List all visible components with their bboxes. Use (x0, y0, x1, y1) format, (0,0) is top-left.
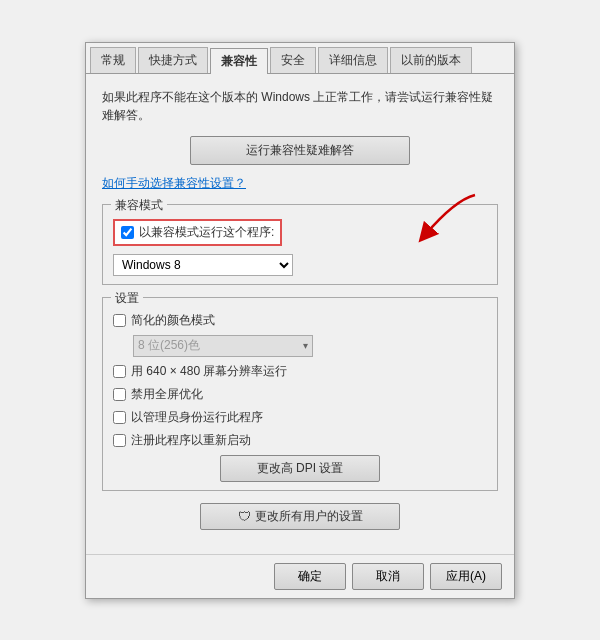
tab-bar: 常规 快捷方式 兼容性 安全 详细信息 以前的版本 (86, 43, 514, 74)
color-checkbox-label: 简化的颜色模式 (131, 312, 215, 329)
manual-link[interactable]: 如何手动选择兼容性设置？ (102, 175, 246, 192)
bottom-bar: 确定 取消 应用(A) (86, 554, 514, 598)
color-dropdown: 8 位(256)色 ▾ (133, 335, 313, 357)
update-all-button[interactable]: 🛡 更改所有用户的设置 (200, 503, 400, 530)
res-checkbox-row: 用 640 × 480 屏幕分辨率运行 (113, 363, 487, 380)
fullscreen-checkbox-label: 禁用全屏优化 (131, 386, 203, 403)
tab-security[interactable]: 安全 (270, 47, 316, 73)
apply-button[interactable]: 应用(A) (430, 563, 502, 590)
dpi-button[interactable]: 更改高 DPI 设置 (220, 455, 380, 482)
compat-dropdown[interactable]: Windows 8 Windows XP (Service Pack 2) Wi… (113, 254, 293, 276)
register-checkbox-label: 注册此程序以重新启动 (131, 432, 251, 449)
compat-checkbox-row: 以兼容模式运行这个程序: (113, 219, 282, 246)
admin-checkbox-label: 以管理员身份运行此程序 (131, 409, 263, 426)
fullscreen-checkbox-row: 禁用全屏优化 (113, 386, 487, 403)
register-checkbox-row: 注册此程序以重新启动 (113, 432, 487, 449)
admin-checkbox-row: 以管理员身份运行此程序 (113, 409, 487, 426)
res-checkbox[interactable] (113, 365, 126, 378)
admin-checkbox[interactable] (113, 411, 126, 424)
tab-shortcut[interactable]: 快捷方式 (138, 47, 208, 73)
fullscreen-checkbox[interactable] (113, 388, 126, 401)
compat-mode-label: 兼容模式 (111, 197, 167, 214)
color-checkbox-row: 简化的颜色模式 (113, 312, 487, 329)
color-checkbox[interactable] (113, 314, 126, 327)
settings-label: 设置 (111, 290, 143, 307)
cancel-button[interactable]: 取消 (352, 563, 424, 590)
settings-group: 设置 简化的颜色模式 8 位(256)色 ▾ 用 640 × 480 屏幕分辨率… (102, 297, 498, 491)
res-checkbox-label: 用 640 × 480 屏幕分辨率运行 (131, 363, 287, 380)
tab-compat[interactable]: 兼容性 (210, 48, 268, 74)
update-all-label: 更改所有用户的设置 (255, 508, 363, 525)
shield-icon: 🛡 (238, 509, 251, 524)
color-dropdown-arrow: ▾ (303, 340, 308, 351)
tab-general[interactable]: 常规 (90, 47, 136, 73)
compat-checkbox-label: 以兼容模式运行这个程序: (139, 224, 274, 241)
run-compat-button[interactable]: 运行兼容性疑难解答 (190, 136, 410, 165)
description-text: 如果此程序不能在这个版本的 Windows 上正常工作，请尝试运行兼容性疑难解答… (102, 88, 498, 124)
compat-checkbox[interactable] (121, 226, 134, 239)
tab-prev[interactable]: 以前的版本 (390, 47, 472, 73)
register-checkbox[interactable] (113, 434, 126, 447)
tab-details[interactable]: 详细信息 (318, 47, 388, 73)
ok-button[interactable]: 确定 (274, 563, 346, 590)
compat-dropdown-row: Windows 8 Windows XP (Service Pack 2) Wi… (113, 254, 487, 276)
compat-mode-group: 兼容模式 以兼容模式运行这个程序: Windows 8 Windows XP (… (102, 204, 498, 285)
